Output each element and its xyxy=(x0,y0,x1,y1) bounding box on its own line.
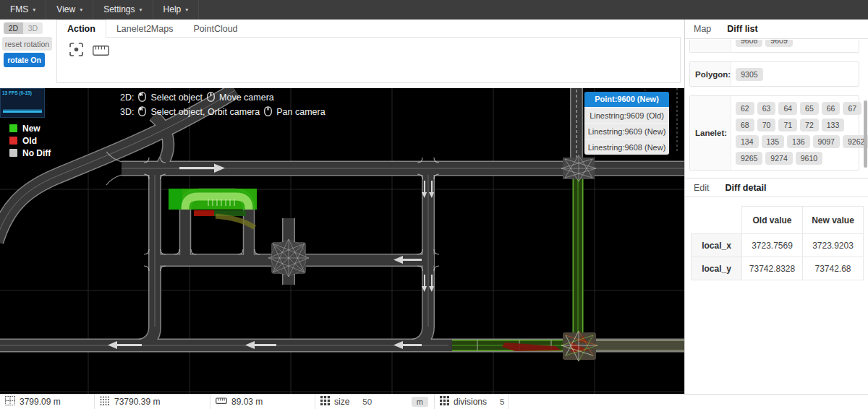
id-chip[interactable]: 65 xyxy=(800,102,819,115)
popup-selected-item[interactable]: Point:9600 (New) xyxy=(584,92,669,107)
diff-row-label xyxy=(690,40,731,52)
tab-pointcloud[interactable]: PointCloud xyxy=(183,20,247,38)
tab-action[interactable]: Action xyxy=(56,20,106,38)
status-cell-metric-0: 3799.09 m xyxy=(0,395,95,409)
status-value: 3799.09 m xyxy=(20,397,61,407)
id-chip[interactable]: 64 xyxy=(778,102,797,115)
menu-settings[interactable]: Settings▾ xyxy=(93,0,153,20)
right-panel: MapDiff list 96089609Polygon:9305Lanelet… xyxy=(684,20,868,409)
menu-fms[interactable]: FMS▾ xyxy=(0,0,46,20)
selection-popup: Point:9600 (New) Linestring:9609 (Old)Li… xyxy=(584,92,669,155)
row-label: local_y xyxy=(691,257,742,280)
id-chip[interactable]: 62 xyxy=(736,102,754,115)
id-chip[interactable]: 9265 xyxy=(736,152,762,165)
id-chip[interactable]: 66 xyxy=(822,102,841,115)
help-2d-select: Select object xyxy=(150,92,203,103)
status-cell-divisions: divisions5 xyxy=(435,395,509,409)
intersection-web-center xyxy=(268,239,309,277)
chevron-down-icon: ▾ xyxy=(80,0,82,20)
diff-row-chips: 6263646566676870717213313413513690979262… xyxy=(731,96,868,170)
legend-label: New xyxy=(22,124,41,134)
id-chip[interactable]: 9305 xyxy=(736,68,762,81)
column-header: Old value xyxy=(741,206,803,234)
legend-swatch-no-diff xyxy=(9,149,17,157)
menu-label: FMS xyxy=(10,0,28,20)
intersection-web-bottom-right xyxy=(561,331,597,361)
edit-diffdetail-tabbar: EditDiff detail xyxy=(685,178,868,197)
chip-line: 96089609 xyxy=(734,40,856,48)
old-value-cell: 3723.7569 xyxy=(741,233,803,257)
id-chip[interactable]: 133 xyxy=(822,119,845,132)
legend-swatch-new xyxy=(9,124,17,132)
chip-line: 13413513690979262 xyxy=(734,133,868,150)
id-chip[interactable]: 71 xyxy=(778,119,797,132)
status-label: divisions xyxy=(454,397,487,407)
id-chip[interactable]: 72 xyxy=(800,119,819,132)
tab-diff-detail[interactable]: Diff detail xyxy=(717,178,774,197)
mouse-help: 2D: Select object Move camera 3D: Select… xyxy=(120,90,326,119)
id-chip[interactable]: 68 xyxy=(736,119,754,132)
menu-bar: FMS▾View▾Settings▾Help▾ xyxy=(0,0,868,20)
diff-row-label: Lanelet: xyxy=(690,96,731,170)
toggle-3d-button[interactable]: 3D xyxy=(23,22,43,34)
ruler-icon xyxy=(216,396,227,408)
id-chip[interactable]: 135 xyxy=(762,135,785,148)
popup-item[interactable]: Linestring:9609 (New) xyxy=(584,123,669,139)
status-cell-metric-1: 73790.39 m xyxy=(95,395,210,409)
measure-ruler-icon[interactable] xyxy=(93,46,109,59)
diff-row-chips: 9305 xyxy=(731,62,859,86)
diff-list[interactable]: 96089609Polygon:9305Lanelet:626364656667… xyxy=(685,40,868,178)
main-tab-area: ActionLanelet2MapsPointCloud xyxy=(56,20,681,88)
legend-item: Old xyxy=(9,134,51,147)
status-input[interactable]: 5 xyxy=(500,397,504,406)
fps-text: 13 FPS (0-15) xyxy=(1,89,44,95)
id-chip[interactable]: 9274 xyxy=(765,152,792,165)
diff-list-row: 96089609 xyxy=(689,40,859,53)
id-chip[interactable]: 9608 xyxy=(736,40,762,47)
popup-item[interactable]: Linestring:9608 (New) xyxy=(584,139,669,155)
help-3d-select: Select object, Orbit camera xyxy=(150,107,260,117)
action-tab-content xyxy=(56,37,681,83)
old-value-cell: 73742.8328 xyxy=(741,257,803,280)
grid-dashed-icon xyxy=(5,396,15,408)
unit-chip[interactable]: m xyxy=(412,397,428,407)
help-2d-move: Move camera xyxy=(219,92,274,103)
id-chip[interactable]: 67 xyxy=(843,102,861,115)
menu-label: Settings xyxy=(103,0,135,20)
id-chip[interactable]: 70 xyxy=(757,119,776,132)
table-corner-cell xyxy=(691,206,742,234)
tab-edit[interactable]: Edit xyxy=(685,178,717,197)
id-chip[interactable]: 9609 xyxy=(765,40,792,47)
mouse-wheel-icon xyxy=(207,92,215,104)
id-chip[interactable]: 63 xyxy=(757,102,776,115)
diff-list-row: Polygon:9305 xyxy=(689,61,859,87)
legend-item: No Diff xyxy=(9,147,51,159)
popup-item[interactable]: Linestring:9609 (Old) xyxy=(584,107,669,123)
fps-counter: 13 FPS (0-15) xyxy=(0,88,45,118)
status-cell-size: size50m xyxy=(315,395,435,409)
chip-line: 9305 xyxy=(734,66,856,82)
tab-map[interactable]: Map xyxy=(685,20,718,38)
reset-rotation-button[interactable]: reset rotation xyxy=(2,37,52,51)
mouse-wheel-icon xyxy=(264,106,272,119)
map-canvas[interactable]: 13 FPS (0-15) 2D: Select object Move cam… xyxy=(0,88,684,394)
scrollbar-thumb[interactable] xyxy=(864,100,867,168)
tab-lanelet2maps[interactable]: Lanelet2Maps xyxy=(106,20,184,38)
toggle-2d-button[interactable]: 2D xyxy=(4,22,23,34)
rotate-on-button[interactable]: rotate On xyxy=(4,53,45,67)
id-chip[interactable]: 134 xyxy=(736,135,759,148)
help-3d-pan: Pan camera xyxy=(276,107,325,117)
id-chip[interactable]: 9610 xyxy=(796,152,822,165)
tab-diff-list[interactable]: Diff list xyxy=(718,20,765,38)
status-input[interactable]: 50 xyxy=(362,397,372,406)
chevron-down-icon: ▾ xyxy=(140,0,142,20)
focus-target-icon[interactable] xyxy=(69,43,83,59)
grid-icon xyxy=(320,396,330,408)
id-chip[interactable]: 136 xyxy=(787,135,810,148)
view-toolbar: 2D 3D reset rotation rotate On xyxy=(0,20,56,88)
dimension-toggle: 2D 3D xyxy=(4,22,43,34)
id-chip[interactable]: 9097 xyxy=(813,135,840,148)
menu-view[interactable]: View▾ xyxy=(46,0,93,20)
diff-legend: NewOldNo Diff xyxy=(9,122,51,159)
menu-help[interactable]: Help▾ xyxy=(153,0,200,20)
